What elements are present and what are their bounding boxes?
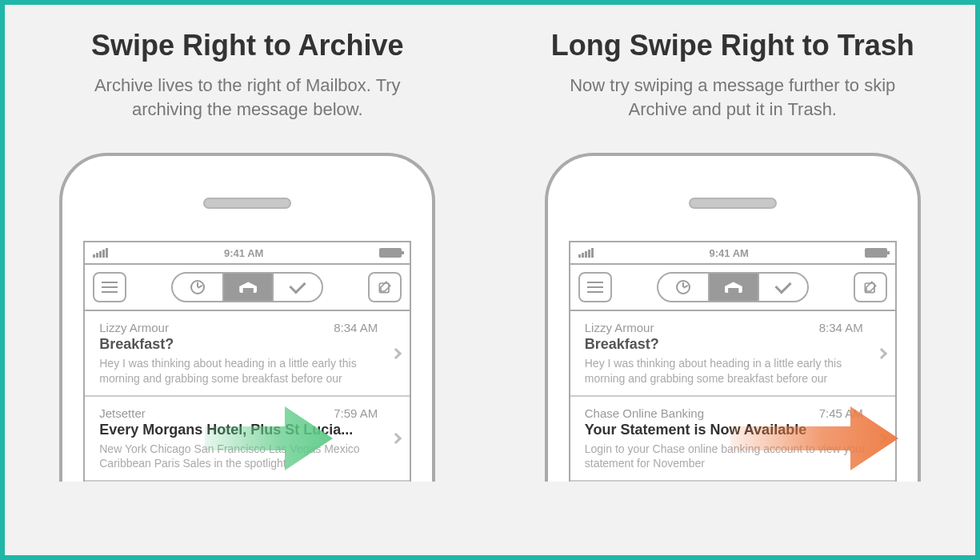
clock-icon [676, 280, 690, 294]
clock-icon [190, 280, 205, 294]
signal-icon [93, 248, 108, 258]
message-preview: Login to your Chase online banking accou… [585, 442, 868, 470]
later-tab[interactable] [658, 274, 708, 301]
message-time: 7:45 AM [819, 406, 863, 420]
mailbox-icon [239, 282, 257, 293]
phone-mockup: 9:41 AM [59, 153, 435, 482]
panel-subtitle: Now try swiping a message further to ski… [549, 74, 917, 121]
view-segmented-control[interactable] [657, 272, 809, 302]
message-subject: Breakfast? [585, 336, 868, 353]
check-icon [290, 278, 306, 294]
message-row[interactable]: Lizzy Armour 8:34 AM Breakfast? Hey I wa… [570, 311, 895, 396]
message-time: 7:59 AM [334, 406, 378, 420]
compose-icon [862, 279, 878, 295]
status-bar: 9:41 AM [85, 242, 410, 265]
compose-button[interactable] [368, 272, 402, 302]
view-segmented-control[interactable] [171, 272, 323, 302]
message-row[interactable]: Lizzy Armour 8:34 AM Breakfast? Hey I wa… [85, 311, 410, 396]
onboarding-tutorial-frame: Swipe Right to Archive Archive lives to … [0, 0, 980, 560]
status-bar: 9:41 AM [570, 242, 895, 265]
message-subject: Every Morgans Hotel, Plus St Lucia... [99, 422, 382, 438]
panel-title: Swipe Right to Archive [91, 29, 404, 62]
chevron-right-icon [390, 433, 402, 444]
phone-screen: 9:41 AM [569, 241, 897, 482]
app-toolbar [570, 265, 895, 311]
panel-title: Long Swipe Right to Trash [551, 29, 914, 62]
panel-trash: Long Swipe Right to Trash Now try swipin… [490, 5, 976, 555]
archive-tab[interactable] [758, 274, 807, 301]
mailbox-icon [725, 282, 742, 293]
compose-button[interactable] [854, 272, 887, 302]
chevron-right-icon [876, 347, 887, 358]
panel-archive: Swipe Right to Archive Archive lives to … [5, 5, 490, 555]
message-preview: Hey I was thinking about heading in a li… [585, 356, 868, 385]
chevron-right-icon [390, 347, 402, 358]
menu-button[interactable] [93, 272, 126, 302]
panel-subtitle: Archive lives to the right of Mailbox. T… [63, 74, 431, 121]
status-time: 9:41 AM [224, 247, 263, 259]
signal-icon [578, 248, 594, 258]
phone-speaker [203, 198, 291, 209]
battery-icon [379, 248, 402, 258]
compose-icon [377, 279, 393, 295]
app-toolbar [85, 265, 410, 311]
later-tab[interactable] [173, 274, 222, 301]
phone-screen: 9:41 AM [83, 241, 411, 482]
message-row[interactable]: Chase Online Banking 7:45 AM Your Statem… [570, 397, 895, 482]
phone-mockup: 9:41 AM [545, 153, 921, 482]
status-time: 9:41 AM [710, 247, 749, 259]
mailbox-tab[interactable] [222, 274, 272, 301]
archive-tab[interactable] [272, 274, 322, 301]
message-subject: Breakfast? [99, 336, 382, 353]
message-row[interactable]: Jetsetter 7:59 AM Every Morgans Hotel, P… [85, 397, 410, 482]
mailbox-tab[interactable] [708, 274, 758, 301]
message-subject: Your Statement is Now Available [585, 422, 868, 438]
check-icon [774, 278, 791, 294]
hamburger-icon [587, 282, 603, 293]
panels-container: Swipe Right to Archive Archive lives to … [5, 5, 975, 555]
message-preview: Hey I was thinking about heading in a li… [99, 356, 382, 385]
chevron-right-icon [876, 433, 887, 444]
message-time: 8:34 AM [334, 321, 378, 334]
phone-speaker [689, 198, 777, 209]
menu-button[interactable] [578, 272, 612, 302]
battery-icon [865, 248, 887, 258]
message-preview: New York Chicago San Francisco Las Vegas… [99, 442, 382, 470]
hamburger-icon [102, 282, 118, 293]
message-time: 8:34 AM [819, 321, 863, 334]
